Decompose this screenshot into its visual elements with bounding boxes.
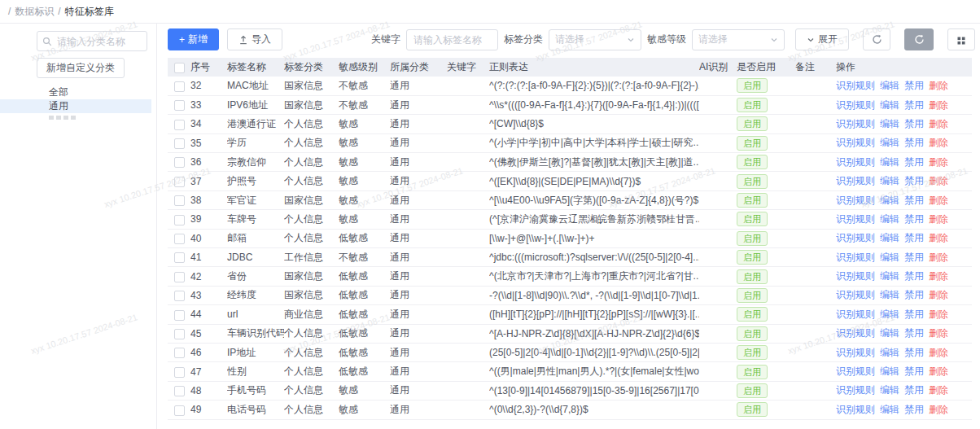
action-edit[interactable]: 编辑 xyxy=(880,99,899,111)
action-delete[interactable]: 删除 xyxy=(929,347,948,358)
sidebar-item-all[interactable]: 全部 xyxy=(0,85,151,99)
action-edit[interactable]: 编辑 xyxy=(880,252,899,263)
action-edit[interactable]: 编辑 xyxy=(880,137,899,148)
action-disable[interactable]: 禁用 xyxy=(904,327,924,339)
action-delete[interactable]: 删除 xyxy=(929,252,948,263)
row-checkbox[interactable] xyxy=(174,100,185,111)
tag-category-select[interactable]: 请选择 xyxy=(549,29,641,50)
action-edit[interactable]: 编辑 xyxy=(880,404,899,415)
action-edit[interactable]: 编辑 xyxy=(880,118,899,129)
action-recognition-rule[interactable]: 识别规则 xyxy=(836,347,875,358)
sidebar-item-partial[interactable] xyxy=(49,116,76,120)
action-delete[interactable]: 删除 xyxy=(929,327,948,339)
column-settings-button[interactable] xyxy=(947,28,975,50)
action-edit[interactable]: 编辑 xyxy=(880,156,899,168)
action-disable[interactable]: 禁用 xyxy=(904,99,924,111)
action-disable[interactable]: 禁用 xyxy=(904,80,924,91)
action-delete[interactable]: 删除 xyxy=(929,99,948,111)
row-checkbox[interactable] xyxy=(174,272,185,282)
sync-button[interactable] xyxy=(904,28,934,50)
row-checkbox[interactable] xyxy=(174,329,185,339)
action-recognition-rule[interactable]: 识别规则 xyxy=(836,366,875,377)
action-recognition-rule[interactable]: 识别规则 xyxy=(836,327,875,339)
action-delete[interactable]: 删除 xyxy=(929,137,948,148)
action-disable[interactable]: 禁用 xyxy=(904,156,924,168)
action-edit[interactable]: 编辑 xyxy=(880,175,899,186)
action-recognition-rule[interactable]: 识别规则 xyxy=(836,289,875,300)
action-delete[interactable]: 删除 xyxy=(929,404,948,415)
category-search-input[interactable] xyxy=(37,31,147,51)
refresh-button[interactable] xyxy=(863,28,890,50)
row-checkbox[interactable] xyxy=(174,405,185,416)
action-edit[interactable]: 编辑 xyxy=(880,289,899,300)
add-button[interactable]: +新增 xyxy=(168,28,219,50)
select-all-checkbox[interactable] xyxy=(174,63,185,73)
action-edit[interactable]: 编辑 xyxy=(880,270,899,282)
action-disable[interactable]: 禁用 xyxy=(904,270,924,282)
action-recognition-rule[interactable]: 识别规则 xyxy=(836,213,875,225)
action-disable[interactable]: 禁用 xyxy=(904,384,924,396)
action-disable[interactable]: 禁用 xyxy=(904,137,924,148)
action-disable[interactable]: 禁用 xyxy=(904,213,924,225)
row-checkbox[interactable] xyxy=(174,234,185,244)
action-disable[interactable]: 禁用 xyxy=(904,195,924,206)
action-recognition-rule[interactable]: 识别规则 xyxy=(836,80,875,91)
row-checkbox[interactable] xyxy=(174,215,185,225)
action-recognition-rule[interactable]: 识别规则 xyxy=(836,270,875,282)
action-delete[interactable]: 删除 xyxy=(929,366,948,377)
action-delete[interactable]: 删除 xyxy=(929,156,948,168)
action-disable[interactable]: 禁用 xyxy=(904,232,924,243)
action-delete[interactable]: 删除 xyxy=(929,384,948,396)
action-delete[interactable]: 删除 xyxy=(929,232,948,243)
sidebar-item-general[interactable]: 通用 xyxy=(0,99,151,113)
action-edit[interactable]: 编辑 xyxy=(880,366,899,377)
row-checkbox[interactable] xyxy=(174,252,185,263)
action-disable[interactable]: 禁用 xyxy=(904,309,924,320)
action-recognition-rule[interactable]: 识别规则 xyxy=(836,232,875,243)
row-checkbox[interactable] xyxy=(174,348,185,358)
row-checkbox[interactable] xyxy=(174,177,185,187)
action-disable[interactable]: 禁用 xyxy=(904,404,924,415)
action-recognition-rule[interactable]: 识别规则 xyxy=(836,309,875,320)
action-recognition-rule[interactable]: 识别规则 xyxy=(836,252,875,263)
action-delete[interactable]: 删除 xyxy=(929,213,948,225)
action-delete[interactable]: 删除 xyxy=(929,118,948,129)
action-recognition-rule[interactable]: 识别规则 xyxy=(836,137,875,148)
action-recognition-rule[interactable]: 识别规则 xyxy=(836,118,875,129)
action-disable[interactable]: 禁用 xyxy=(904,347,924,358)
action-edit[interactable]: 编辑 xyxy=(880,384,899,396)
add-custom-category-button[interactable]: 新增自定义分类 xyxy=(37,58,125,78)
keyword-filter-input[interactable] xyxy=(406,29,498,50)
action-edit[interactable]: 编辑 xyxy=(880,347,899,358)
action-edit[interactable]: 编辑 xyxy=(880,213,899,225)
row-checkbox[interactable] xyxy=(174,195,185,206)
action-disable[interactable]: 禁用 xyxy=(904,118,924,129)
action-recognition-rule[interactable]: 识别规则 xyxy=(836,99,875,111)
action-disable[interactable]: 禁用 xyxy=(904,366,924,377)
action-disable[interactable]: 禁用 xyxy=(904,175,924,186)
action-disable[interactable]: 禁用 xyxy=(904,252,924,263)
row-checkbox[interactable] xyxy=(174,120,185,130)
row-checkbox[interactable] xyxy=(174,367,185,378)
action-edit[interactable]: 编辑 xyxy=(880,327,899,339)
action-edit[interactable]: 编辑 xyxy=(880,195,899,206)
action-delete[interactable]: 删除 xyxy=(929,270,948,282)
row-checkbox[interactable] xyxy=(174,310,185,321)
action-recognition-rule[interactable]: 识别规则 xyxy=(836,175,875,186)
action-recognition-rule[interactable]: 识别规则 xyxy=(836,384,875,396)
row-checkbox[interactable] xyxy=(174,81,185,92)
sensitivity-select[interactable]: 请选择 xyxy=(692,29,785,50)
action-recognition-rule[interactable]: 识别规则 xyxy=(836,404,875,415)
action-edit[interactable]: 编辑 xyxy=(880,232,899,243)
row-checkbox[interactable] xyxy=(174,138,185,149)
action-edit[interactable]: 编辑 xyxy=(880,80,899,91)
action-delete[interactable]: 删除 xyxy=(929,80,948,91)
row-checkbox[interactable] xyxy=(174,386,185,396)
import-button[interactable]: 导入 xyxy=(227,28,282,50)
expand-button[interactable]: 展开 xyxy=(795,28,849,50)
breadcrumb-item-data-labeling[interactable]: 数据标识 xyxy=(15,5,54,19)
action-delete[interactable]: 删除 xyxy=(929,289,948,300)
row-checkbox[interactable] xyxy=(174,157,185,168)
action-recognition-rule[interactable]: 识别规则 xyxy=(836,195,875,206)
action-disable[interactable]: 禁用 xyxy=(904,289,924,300)
